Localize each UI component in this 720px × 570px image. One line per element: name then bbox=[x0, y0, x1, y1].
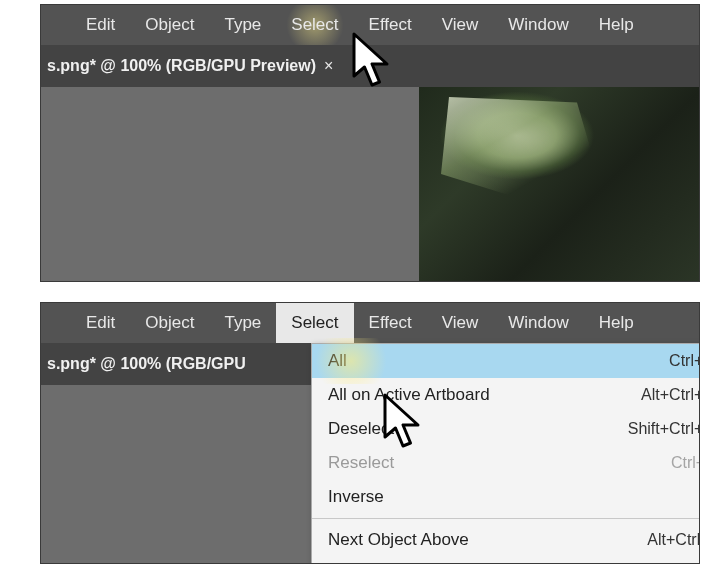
menu-window[interactable]: Window bbox=[493, 303, 583, 343]
menu-item-label: Next Object Above bbox=[328, 530, 469, 550]
artwork-preview bbox=[419, 87, 699, 281]
menu-item-shortcut: Shift+Ctrl+A bbox=[628, 420, 700, 438]
document-tabbar: s.png* @ 100% (RGB/GPU Preview) × bbox=[41, 45, 699, 87]
canvas[interactable] bbox=[41, 87, 699, 281]
menu-select[interactable]: Select bbox=[276, 5, 353, 45]
menu-item-all-on-active-artboard[interactable]: All on Active Artboard Alt+Ctrl+A bbox=[312, 378, 700, 412]
screenshot-top: Edit Object Type Select Effect View Wind… bbox=[40, 4, 700, 282]
menu-item-label: Reselect bbox=[328, 453, 394, 473]
menu-item-label: All bbox=[328, 351, 347, 371]
menu-window[interactable]: Window bbox=[493, 5, 583, 45]
menu-item-shortcut: Ctrl+A bbox=[669, 352, 700, 370]
menu-edit[interactable]: Edit bbox=[71, 303, 130, 343]
menu-type[interactable]: Type bbox=[209, 5, 276, 45]
menu-item-label: All on Active Artboard bbox=[328, 385, 490, 405]
menu-item-inverse[interactable]: Inverse bbox=[312, 480, 700, 514]
document-tab[interactable]: s.png* @ 100% (RGB/GPU Preview) bbox=[41, 45, 334, 87]
menu-effect[interactable]: Effect bbox=[354, 5, 427, 45]
menu-object[interactable]: Object bbox=[130, 303, 209, 343]
menu-item-label: Inverse bbox=[328, 487, 384, 507]
menu-item-reselect: Reselect Ctrl+6 bbox=[312, 446, 700, 480]
menu-item-label: Deselect bbox=[328, 419, 394, 439]
menu-object[interactable]: Object bbox=[130, 5, 209, 45]
document-tab[interactable]: s.png* @ 100% (RGB/GPU bbox=[41, 343, 264, 385]
menu-view[interactable]: View bbox=[427, 5, 494, 45]
menu-item-shortcut: Alt+Ctrl+A bbox=[641, 386, 700, 404]
menu-select[interactable]: Select bbox=[276, 303, 353, 343]
menu-help[interactable]: Help bbox=[584, 303, 649, 343]
menu-item-deselect[interactable]: Deselect Shift+Ctrl+A bbox=[312, 412, 700, 446]
menu-item-shortcut: Ctrl+6 bbox=[671, 454, 700, 472]
menu-separator bbox=[312, 518, 700, 519]
menu-view[interactable]: View bbox=[427, 303, 494, 343]
menu-item-next-object-above[interactable]: Next Object Above Alt+Ctrl+] bbox=[312, 523, 700, 557]
menu-effect[interactable]: Effect bbox=[354, 303, 427, 343]
select-menu-dropdown: All Ctrl+A All on Active Artboard Alt+Ct… bbox=[311, 343, 700, 564]
screenshot-bottom: Edit Object Type Select Effect View Wind… bbox=[40, 302, 700, 564]
menu-item-shortcut: Alt+Ctrl+] bbox=[647, 531, 700, 549]
menu-item-next-object-below[interactable]: Next Object Below Alt+Ctrl+[ bbox=[312, 557, 700, 564]
close-icon[interactable]: × bbox=[324, 57, 333, 75]
menu-item-all[interactable]: All Ctrl+A bbox=[312, 344, 700, 378]
menu-help[interactable]: Help bbox=[584, 5, 649, 45]
menu-type[interactable]: Type bbox=[209, 303, 276, 343]
menubar: Edit Object Type Select Effect View Wind… bbox=[41, 303, 699, 343]
menubar: Edit Object Type Select Effect View Wind… bbox=[41, 5, 699, 45]
menu-edit[interactable]: Edit bbox=[71, 5, 130, 45]
